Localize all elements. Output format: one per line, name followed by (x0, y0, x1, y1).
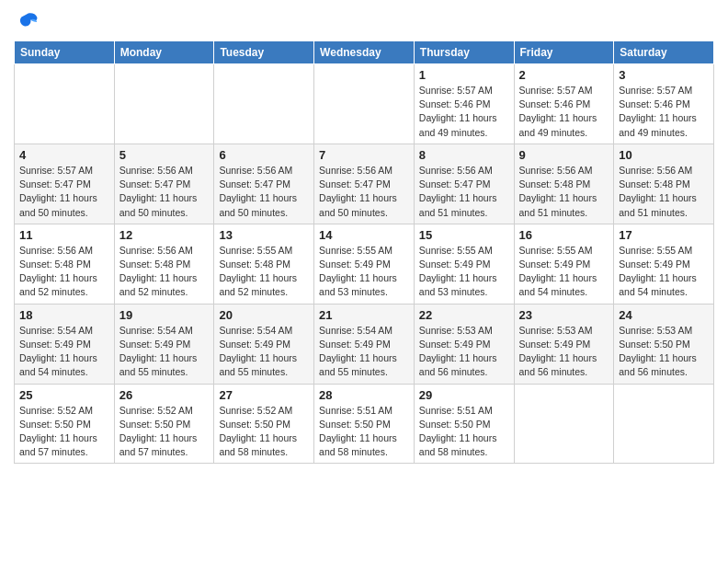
calendar-cell: 16Sunrise: 5:55 AM Sunset: 5:49 PM Dayli… (514, 224, 614, 304)
header-row: SundayMondayTuesdayWednesdayThursdayFrid… (15, 41, 714, 64)
week-row-1: 4Sunrise: 5:57 AM Sunset: 5:47 PM Daylig… (15, 144, 714, 224)
calendar-cell: 20Sunrise: 5:54 AM Sunset: 5:49 PM Dayli… (214, 304, 314, 384)
week-row-3: 18Sunrise: 5:54 AM Sunset: 5:49 PM Dayli… (15, 304, 714, 384)
calendar-cell: 9Sunrise: 5:56 AM Sunset: 5:48 PM Daylig… (514, 144, 614, 224)
calendar-cell (314, 64, 415, 144)
calendar-cell: 13Sunrise: 5:55 AM Sunset: 5:48 PM Dayli… (214, 224, 314, 304)
day-number: 26 (119, 388, 210, 402)
day-number: 10 (619, 148, 709, 162)
day-header-thursday: Thursday (414, 41, 514, 64)
day-number: 3 (619, 68, 709, 82)
day-number: 25 (19, 388, 109, 402)
day-number: 17 (619, 228, 709, 242)
day-number: 20 (219, 308, 309, 322)
day-number: 2 (519, 68, 609, 82)
calendar-cell: 21Sunrise: 5:54 AM Sunset: 5:49 PM Dayli… (314, 304, 415, 384)
day-number: 27 (219, 388, 309, 402)
calendar-cell: 1Sunrise: 5:57 AM Sunset: 5:46 PM Daylig… (414, 64, 514, 144)
day-header-saturday: Saturday (614, 41, 714, 64)
calendar-cell: 18Sunrise: 5:54 AM Sunset: 5:49 PM Dayli… (15, 304, 115, 384)
calendar-cell: 23Sunrise: 5:53 AM Sunset: 5:49 PM Dayli… (514, 304, 614, 384)
day-info: Sunrise: 5:53 AM Sunset: 5:49 PM Dayligh… (419, 324, 509, 380)
calendar-cell: 25Sunrise: 5:52 AM Sunset: 5:50 PM Dayli… (15, 384, 115, 464)
calendar-cell: 4Sunrise: 5:57 AM Sunset: 5:47 PM Daylig… (15, 144, 115, 224)
day-number: 23 (519, 308, 609, 322)
calendar-cell: 11Sunrise: 5:56 AM Sunset: 5:48 PM Dayli… (15, 224, 115, 304)
calendar-cell: 26Sunrise: 5:52 AM Sunset: 5:50 PM Dayli… (114, 384, 214, 464)
week-row-4: 25Sunrise: 5:52 AM Sunset: 5:50 PM Dayli… (15, 384, 714, 464)
day-info: Sunrise: 5:56 AM Sunset: 5:47 PM Dayligh… (419, 164, 509, 220)
week-row-2: 11Sunrise: 5:56 AM Sunset: 5:48 PM Dayli… (15, 224, 714, 304)
calendar-cell: 14Sunrise: 5:55 AM Sunset: 5:49 PM Dayli… (314, 224, 415, 304)
calendar-cell: 12Sunrise: 5:56 AM Sunset: 5:48 PM Dayli… (114, 224, 214, 304)
day-header-tuesday: Tuesday (214, 41, 314, 64)
day-info: Sunrise: 5:51 AM Sunset: 5:50 PM Dayligh… (319, 404, 409, 460)
calendar-cell (614, 384, 714, 464)
week-row-0: 1Sunrise: 5:57 AM Sunset: 5:46 PM Daylig… (15, 64, 714, 144)
day-header-wednesday: Wednesday (314, 41, 415, 64)
day-number: 12 (119, 228, 210, 242)
day-info: Sunrise: 5:52 AM Sunset: 5:50 PM Dayligh… (119, 404, 210, 460)
day-info: Sunrise: 5:56 AM Sunset: 5:48 PM Dayligh… (619, 164, 709, 220)
calendar-cell: 2Sunrise: 5:57 AM Sunset: 5:46 PM Daylig… (514, 64, 614, 144)
day-header-monday: Monday (114, 41, 214, 64)
calendar-cell (15, 64, 115, 144)
day-info: Sunrise: 5:54 AM Sunset: 5:49 PM Dayligh… (19, 324, 109, 380)
day-info: Sunrise: 5:56 AM Sunset: 5:48 PM Dayligh… (119, 244, 210, 300)
day-number: 8 (419, 148, 509, 162)
day-info: Sunrise: 5:57 AM Sunset: 5:46 PM Dayligh… (519, 84, 609, 140)
day-number: 29 (419, 388, 509, 402)
calendar-cell: 3Sunrise: 5:57 AM Sunset: 5:46 PM Daylig… (614, 64, 714, 144)
header (14, 9, 714, 35)
day-number: 4 (19, 148, 109, 162)
day-info: Sunrise: 5:55 AM Sunset: 5:49 PM Dayligh… (319, 244, 409, 300)
day-info: Sunrise: 5:54 AM Sunset: 5:49 PM Dayligh… (119, 324, 210, 380)
day-info: Sunrise: 5:56 AM Sunset: 5:48 PM Dayligh… (519, 164, 609, 220)
calendar-cell: 7Sunrise: 5:56 AM Sunset: 5:47 PM Daylig… (314, 144, 415, 224)
calendar-cell: 5Sunrise: 5:56 AM Sunset: 5:47 PM Daylig… (114, 144, 214, 224)
calendar-cell: 22Sunrise: 5:53 AM Sunset: 5:49 PM Dayli… (414, 304, 514, 384)
day-number: 15 (419, 228, 509, 242)
day-info: Sunrise: 5:55 AM Sunset: 5:49 PM Dayligh… (419, 244, 509, 300)
day-info: Sunrise: 5:54 AM Sunset: 5:49 PM Dayligh… (319, 324, 409, 380)
day-info: Sunrise: 5:55 AM Sunset: 5:49 PM Dayligh… (519, 244, 609, 300)
day-info: Sunrise: 5:55 AM Sunset: 5:48 PM Dayligh… (219, 244, 309, 300)
logo-icon (14, 9, 40, 35)
day-number: 6 (219, 148, 309, 162)
calendar-cell: 28Sunrise: 5:51 AM Sunset: 5:50 PM Dayli… (314, 384, 415, 464)
day-number: 16 (519, 228, 609, 242)
day-info: Sunrise: 5:53 AM Sunset: 5:49 PM Dayligh… (519, 324, 609, 380)
day-number: 11 (19, 228, 109, 242)
day-header-friday: Friday (514, 41, 614, 64)
calendar-cell: 8Sunrise: 5:56 AM Sunset: 5:47 PM Daylig… (414, 144, 514, 224)
day-number: 24 (619, 308, 709, 322)
calendar-cell (214, 64, 314, 144)
calendar-cell: 27Sunrise: 5:52 AM Sunset: 5:50 PM Dayli… (214, 384, 314, 464)
day-number: 28 (319, 388, 409, 402)
calendar-table: SundayMondayTuesdayWednesdayThursdayFrid… (14, 40, 714, 464)
calendar-cell (514, 384, 614, 464)
calendar-cell: 29Sunrise: 5:51 AM Sunset: 5:50 PM Dayli… (414, 384, 514, 464)
day-number: 1 (419, 68, 509, 82)
day-info: Sunrise: 5:56 AM Sunset: 5:47 PM Dayligh… (119, 164, 210, 220)
day-number: 21 (319, 308, 409, 322)
day-number: 7 (319, 148, 409, 162)
calendar-page: SundayMondayTuesdayWednesdayThursdayFrid… (0, 0, 728, 563)
day-number: 9 (519, 148, 609, 162)
calendar-cell (114, 64, 214, 144)
day-info: Sunrise: 5:57 AM Sunset: 5:46 PM Dayligh… (419, 84, 509, 140)
calendar-cell: 6Sunrise: 5:56 AM Sunset: 5:47 PM Daylig… (214, 144, 314, 224)
day-number: 18 (19, 308, 109, 322)
day-info: Sunrise: 5:57 AM Sunset: 5:46 PM Dayligh… (619, 84, 709, 140)
day-info: Sunrise: 5:56 AM Sunset: 5:48 PM Dayligh… (19, 244, 109, 300)
day-header-sunday: Sunday (15, 41, 115, 64)
day-info: Sunrise: 5:51 AM Sunset: 5:50 PM Dayligh… (419, 404, 509, 460)
calendar-cell: 19Sunrise: 5:54 AM Sunset: 5:49 PM Dayli… (114, 304, 214, 384)
day-number: 5 (119, 148, 210, 162)
day-info: Sunrise: 5:55 AM Sunset: 5:49 PM Dayligh… (619, 244, 709, 300)
calendar-cell: 17Sunrise: 5:55 AM Sunset: 5:49 PM Dayli… (614, 224, 714, 304)
calendar-cell: 24Sunrise: 5:53 AM Sunset: 5:50 PM Dayli… (614, 304, 714, 384)
day-info: Sunrise: 5:54 AM Sunset: 5:49 PM Dayligh… (219, 324, 309, 380)
day-number: 14 (319, 228, 409, 242)
day-number: 22 (419, 308, 509, 322)
